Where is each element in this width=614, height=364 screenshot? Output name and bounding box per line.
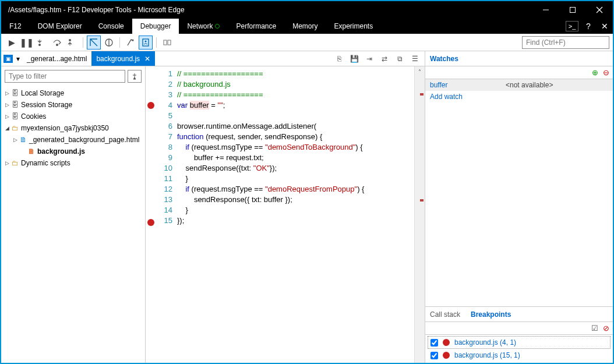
code-line[interactable]: var buffer = ""; (177, 100, 414, 111)
tree-session-storage[interactable]: ▷🗄Session Storage (3, 99, 143, 111)
breakpoint-checkbox[interactable] (430, 352, 438, 359)
filter-input[interactable] (5, 70, 125, 83)
tree-background-js[interactable]: 🗎background.js (3, 146, 143, 157)
breakpoint-row[interactable]: background.js (15, 1) (428, 349, 611, 362)
breakpoint-link[interactable]: background.js (4, 1) (454, 338, 516, 347)
tree-label: Session Storage (21, 101, 72, 109)
tab-memory[interactable]: Memory (284, 19, 326, 34)
close-devtools-icon[interactable]: ✕ (597, 22, 613, 31)
breakpoint-dot[interactable] (147, 219, 154, 226)
breakpoint-gutter[interactable] (146, 66, 156, 363)
tab-experiments[interactable]: Experiments (326, 19, 382, 34)
code-line[interactable]: function (request, sender, sendResponse)… (177, 132, 414, 142)
console-toggle-icon[interactable]: >_ (566, 21, 578, 31)
tab-dom-explorer[interactable]: DOM Explorer (30, 19, 90, 34)
pin-button[interactable] (128, 70, 142, 83)
line-number: 13 (156, 195, 172, 205)
code-line[interactable]: if (request.msgType == "demoRequestFromP… (177, 184, 414, 195)
tab-breakpoints[interactable]: Breakpoints (471, 310, 511, 319)
compare-button[interactable]: ⧉ (393, 53, 406, 65)
title-bar: /Assets/flags.htm - F12 Developer Tools … (1, 1, 613, 19)
breakpoint-marker (420, 199, 424, 202)
watches-toolbar: ⊕ ⊖ (425, 66, 613, 79)
help-icon[interactable]: ? (580, 22, 597, 31)
storage-icon: 🗄 (10, 101, 20, 109)
tab-network-label: Network (187, 22, 213, 30)
line-number: 15 (156, 215, 172, 226)
callstack-breakpoints-panel: Call stack Breakpoints ☑ ⊘ background.js… (425, 306, 613, 363)
step-into-button[interactable] (35, 36, 49, 50)
sourcemap-button[interactable]: ⇄ (378, 53, 391, 65)
watches-header: Watches (425, 51, 613, 66)
watch-row[interactable]: buffer <not available> (425, 79, 613, 91)
tab-debugger[interactable]: Debugger (132, 19, 179, 34)
tree-extension-folder[interactable]: ◢🗀myextension_qa7jysbkj0350 (3, 122, 143, 134)
file-tab-generated-page[interactable]: _generat...age.html (22, 51, 91, 66)
tab-performance[interactable]: Performance (228, 19, 284, 34)
tab-network[interactable]: Network (179, 19, 228, 34)
code-line[interactable]: }); (177, 215, 414, 226)
tree-label: Local Storage (21, 89, 64, 97)
watch-name: buffer (430, 81, 506, 89)
tree-local-storage[interactable]: ▷🗄Local Storage (3, 87, 143, 99)
exception-behavior-button[interactable] (102, 36, 116, 50)
tab-f12[interactable]: F12 (1, 19, 30, 34)
bottom-panel-tabs: Call stack Breakpoints (425, 307, 613, 322)
code-line[interactable] (177, 111, 414, 121)
scroll-up-icon[interactable]: ˄ (415, 66, 425, 77)
line-number: 4 (156, 100, 172, 111)
code-line[interactable]: } (177, 174, 414, 184)
code-line[interactable]: buffer += request.txt; (177, 153, 414, 163)
minimize-button[interactable] (532, 1, 559, 19)
disconnect-button[interactable] (160, 36, 174, 50)
close-button[interactable] (586, 1, 613, 19)
maximize-button[interactable] (559, 1, 586, 19)
dom-breakpoint-button[interactable] (123, 36, 137, 50)
add-watch-button[interactable]: ⊕ (592, 68, 598, 77)
find-input[interactable] (522, 36, 609, 49)
code-line[interactable]: browser.runtime.onMessage.addListener( (177, 121, 414, 132)
break-new-worker-button[interactable] (87, 36, 101, 50)
pretty-print-button[interactable]: ⎘ (333, 53, 345, 65)
just-my-code-button[interactable] (139, 36, 153, 50)
step-out-button[interactable] (65, 36, 79, 50)
save-button[interactable]: 💾 (348, 53, 361, 65)
edit-button[interactable]: ☰ (408, 53, 421, 65)
tree-label: background.js (37, 147, 85, 156)
pause-button[interactable]: ❚❚ (20, 36, 34, 50)
tree-cookies[interactable]: ▷🗄Cookies (3, 111, 143, 122)
tab-callstack[interactable]: Call stack (430, 310, 460, 319)
code-editor[interactable]: 123456789101112131415 // ===============… (146, 66, 425, 363)
delete-watch-button[interactable]: ⊖ (603, 68, 609, 77)
add-watch-row[interactable]: Add watch (425, 91, 613, 103)
code-line[interactable]: // background.js (177, 79, 414, 90)
code-line[interactable]: if (request.msgType == "demoSendToBackgr… (177, 142, 414, 153)
tree-generated-page[interactable]: ▷🗎_generated_background_page.html (3, 134, 143, 146)
breakpoint-dot[interactable] (147, 102, 154, 109)
delete-all-breakpoints-button[interactable]: ⊘ (603, 324, 609, 333)
wrap-button[interactable]: ⇥ (363, 53, 376, 65)
code-line[interactable]: // ================== (177, 90, 414, 100)
vertical-scrollbar[interactable]: ˄ (414, 66, 425, 363)
code-line[interactable]: } (177, 205, 414, 215)
code-line[interactable]: sendResponse({txt: "OK"}); (177, 163, 414, 174)
breakpoint-marker (420, 93, 424, 96)
tab-console[interactable]: Console (90, 19, 132, 34)
add-watch-label: Add watch (430, 93, 506, 101)
toggle-all-breakpoints-button[interactable]: ☑ (591, 324, 598, 333)
breakpoint-row[interactable]: background.js (4, 1) (428, 336, 611, 349)
code-body[interactable]: // ==================// background.js// … (177, 66, 414, 363)
step-over-button[interactable] (50, 36, 64, 50)
svg-rect-10 (143, 39, 149, 46)
breakpoint-checkbox[interactable] (430, 339, 438, 347)
code-line[interactable]: sendResponse({ txt: buffer }); (177, 195, 414, 205)
continue-button[interactable]: ▶ (5, 36, 19, 50)
code-line[interactable]: // ================== (177, 69, 414, 79)
folder-dropdown-button[interactable]: ▣▾ (1, 51, 22, 66)
tree-dynamic-scripts[interactable]: ▷🗀Dynamic scripts (3, 157, 143, 169)
line-number: 2 (156, 79, 172, 90)
file-tab-label: background.js (96, 55, 140, 63)
debugger-toolbar: ▶ ❚❚ (1, 34, 613, 51)
svg-point-6 (69, 39, 71, 41)
breakpoint-link[interactable]: background.js (15, 1) (454, 351, 520, 359)
